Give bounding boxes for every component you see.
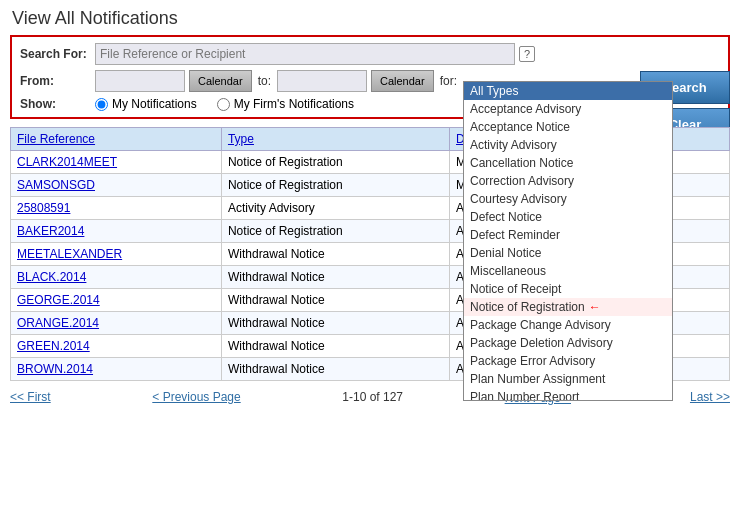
file-reference-link[interactable]: SAMSONSGD	[17, 178, 95, 192]
cell-type: Withdrawal Notice	[221, 289, 449, 312]
to-calendar-button[interactable]: Calendar	[371, 70, 434, 92]
cell-file-reference: 25808591	[11, 197, 222, 220]
from-label: From:	[20, 74, 95, 88]
help-icon[interactable]: ?	[519, 46, 535, 62]
for-label: for:	[440, 74, 457, 88]
dropdown-item[interactable]: Activity Advisory	[464, 136, 672, 154]
cell-type: Withdrawal Notice	[221, 312, 449, 335]
file-reference-link[interactable]: MEETALEXANDER	[17, 247, 122, 261]
my-notifications-radio[interactable]	[95, 98, 108, 111]
dropdown-item[interactable]: All Types	[464, 82, 672, 100]
cell-file-reference: MEETALEXANDER	[11, 243, 222, 266]
dropdown-item[interactable]: Package Deletion Advisory	[464, 334, 672, 352]
firm-notifications-radio[interactable]	[217, 98, 230, 111]
dropdown-item[interactable]: Package Error Advisory	[464, 352, 672, 370]
firm-notifications-label: My Firm's Notifications	[234, 97, 354, 111]
dropdown-item[interactable]: Courtesy Advisory	[464, 190, 672, 208]
dropdown-item[interactable]: Notice of Receipt	[464, 280, 672, 298]
file-reference-link[interactable]: ORANGE.2014	[17, 316, 99, 330]
file-reference-link[interactable]: 25808591	[17, 201, 70, 215]
cell-type: Notice of Registration	[221, 220, 449, 243]
last-page-link[interactable]: Last >>	[690, 390, 730, 404]
cell-file-reference: CLARK2014MEET	[11, 151, 222, 174]
dropdown-item[interactable]: Package Change Advisory	[464, 316, 672, 334]
notification-radio-group: My Notifications My Firm's Notifications	[95, 97, 354, 111]
cell-file-reference: GEORGE.2014	[11, 289, 222, 312]
cell-file-reference: BAKER2014	[11, 220, 222, 243]
dropdown-item[interactable]: Cancellation Notice	[464, 154, 672, 172]
page-info: 1-10 of 127	[342, 390, 403, 404]
to-label: to:	[258, 74, 271, 88]
to-date-input[interactable]	[277, 70, 367, 92]
dropdown-item[interactable]: Plan Number Assignment	[464, 370, 672, 388]
cell-type: Withdrawal Notice	[221, 266, 449, 289]
dropdown-item[interactable]: Denial Notice	[464, 244, 672, 262]
show-label: Show:	[20, 97, 95, 111]
cell-type: Notice of Registration	[221, 174, 449, 197]
cell-type: Activity Advisory	[221, 197, 449, 220]
file-reference-link[interactable]: BLACK.2014	[17, 270, 86, 284]
dropdown-item[interactable]: Acceptance Advisory	[464, 100, 672, 118]
col-type-link[interactable]: Type	[228, 132, 254, 146]
firm-notifications-radio-label[interactable]: My Firm's Notifications	[217, 97, 354, 111]
dropdown-item[interactable]: Miscellaneous	[464, 262, 672, 280]
notice-arrow-icon: ←	[589, 300, 601, 314]
cell-file-reference: ORANGE.2014	[11, 312, 222, 335]
col-type[interactable]: Type	[221, 128, 449, 151]
from-calendar-button[interactable]: Calendar	[189, 70, 252, 92]
dropdown-item[interactable]: Plan Number Report	[464, 388, 672, 401]
my-notifications-radio-label[interactable]: My Notifications	[95, 97, 197, 111]
page-title: View All Notifications	[0, 0, 740, 35]
dropdown-item[interactable]: Defect Reminder	[464, 226, 672, 244]
file-reference-link[interactable]: GREEN.2014	[17, 339, 90, 353]
dropdown-item[interactable]: Notice of Registration←	[464, 298, 672, 316]
search-for-label: Search For:	[20, 47, 95, 61]
cell-type: Notice of Registration	[221, 151, 449, 174]
cell-file-reference: SAMSONSGD	[11, 174, 222, 197]
search-input[interactable]	[95, 43, 515, 65]
file-reference-link[interactable]: BAKER2014	[17, 224, 84, 238]
cell-file-reference: BROWN.2014	[11, 358, 222, 381]
cell-type: Withdrawal Notice	[221, 358, 449, 381]
file-reference-link[interactable]: GEORGE.2014	[17, 293, 100, 307]
file-reference-link[interactable]: CLARK2014MEET	[17, 155, 117, 169]
col-file-reference[interactable]: File Reference	[11, 128, 222, 151]
dropdown-item[interactable]: Correction Advisory	[464, 172, 672, 190]
col-file-reference-link[interactable]: File Reference	[17, 132, 95, 146]
dropdown-item[interactable]: Acceptance Notice	[464, 118, 672, 136]
cell-file-reference: GREEN.2014	[11, 335, 222, 358]
cell-type: Withdrawal Notice	[221, 243, 449, 266]
my-notifications-label: My Notifications	[112, 97, 197, 111]
cell-type: Withdrawal Notice	[221, 335, 449, 358]
prev-page-link[interactable]: < Previous Page	[152, 390, 240, 404]
dropdown-item[interactable]: Defect Notice	[464, 208, 672, 226]
first-page-link[interactable]: << First	[10, 390, 51, 404]
from-date-input[interactable]	[95, 70, 185, 92]
cell-file-reference: BLACK.2014	[11, 266, 222, 289]
file-reference-link[interactable]: BROWN.2014	[17, 362, 93, 376]
type-dropdown-list[interactable]: All TypesAcceptance AdvisoryAcceptance N…	[463, 81, 673, 401]
